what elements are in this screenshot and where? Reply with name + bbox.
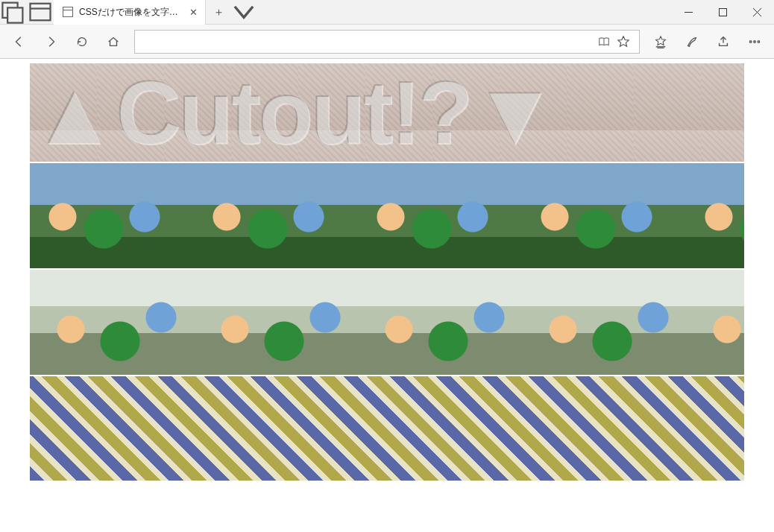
reading-view-icon[interactable] bbox=[594, 32, 614, 51]
show-tabs-icon[interactable] bbox=[27, 0, 54, 25]
notes-button[interactable] bbox=[677, 27, 707, 57]
titlebar: CSSだけで画像を文字の形 ✕ ＋ bbox=[0, 0, 774, 25]
window-maximize-button[interactable] bbox=[705, 0, 740, 25]
close-tab-icon[interactable]: ✕ bbox=[189, 7, 198, 18]
svg-point-13 bbox=[749, 40, 752, 42]
address-input[interactable] bbox=[141, 36, 594, 47]
refresh-button[interactable] bbox=[67, 27, 97, 57]
cutout-line-1: ▲Cutout!?▼ bbox=[30, 63, 744, 162]
browser-tab[interactable]: CSSだけで画像を文字の形 ✕ bbox=[54, 0, 206, 25]
home-button[interactable] bbox=[98, 27, 128, 57]
more-button[interactable] bbox=[740, 27, 770, 57]
page-content: ▲Cutout!?▼ ★画像の切抜♪ ◆画像の切抜♪ ◆画像の切抜♪ bbox=[0, 59, 774, 532]
cutout-line-3: ◆画像の切抜♪ bbox=[30, 270, 744, 375]
back-button[interactable] bbox=[4, 27, 34, 57]
window-close-button[interactable] bbox=[740, 0, 774, 25]
svg-marker-9 bbox=[618, 36, 629, 46]
favorites-list-button[interactable] bbox=[646, 27, 676, 57]
svg-point-15 bbox=[758, 40, 760, 42]
cutout-line-4: ◆画像の切抜♪ bbox=[30, 376, 744, 481]
svg-rect-2 bbox=[31, 4, 51, 21]
page-favicon-icon bbox=[63, 7, 73, 17]
tab-overflow-button[interactable] bbox=[231, 0, 257, 25]
tab-title: CSSだけで画像を文字の形 bbox=[79, 6, 183, 19]
svg-rect-1 bbox=[7, 7, 22, 22]
cutout-line-2: ★画像の切抜♪ bbox=[30, 163, 744, 268]
svg-marker-10 bbox=[656, 36, 666, 45]
tabs-aside-icon[interactable] bbox=[0, 0, 27, 25]
svg-point-14 bbox=[754, 40, 756, 42]
share-button[interactable] bbox=[708, 27, 738, 57]
favorite-star-icon[interactable] bbox=[614, 32, 633, 51]
svg-rect-5 bbox=[719, 9, 726, 16]
forward-button[interactable] bbox=[36, 27, 66, 57]
toolbar bbox=[0, 25, 774, 59]
window-minimize-button[interactable] bbox=[671, 0, 705, 25]
new-tab-button[interactable]: ＋ bbox=[206, 0, 231, 25]
address-bar[interactable] bbox=[134, 30, 640, 54]
